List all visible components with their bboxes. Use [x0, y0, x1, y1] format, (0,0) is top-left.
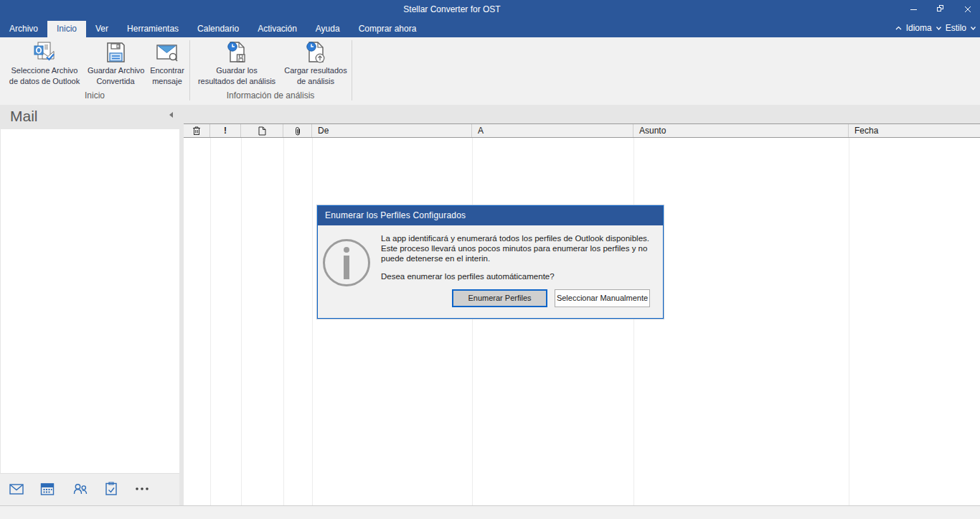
ribbon-button-label: Seleccione Archivo — [3, 66, 86, 75]
minimize-button[interactable] — [903, 0, 924, 19]
table-header: ! De A Asunto Fecha — [184, 123, 980, 138]
enumerate-profiles-button[interactable]: Enumerar Perfiles — [452, 289, 547, 307]
column-importance[interactable]: ! — [210, 124, 241, 137]
tab-archivo[interactable]: Archivo — [0, 21, 47, 37]
message-list — [184, 138, 980, 505]
dialog-message-line2: Este proceso llevará unos pocos minutos … — [381, 243, 649, 253]
select-manually-button[interactable]: Seleccionar Manualmente — [555, 289, 650, 307]
window-title: Stellar Converter for OST — [403, 4, 500, 14]
column-item-type[interactable] — [241, 124, 283, 137]
minimize-icon — [910, 9, 917, 10]
restore-button[interactable] — [930, 0, 951, 19]
app-window: Stellar Converter for OST Archivo Inicio… — [0, 0, 980, 519]
enumerate-profiles-dialog: Enumerar los Perfiles Configurados La ap… — [317, 205, 664, 319]
tab-comprar-ahora[interactable]: Comprar ahora — [349, 21, 426, 37]
style-dropdown-icon[interactable] — [971, 27, 976, 30]
more-nav-icon[interactable] — [134, 481, 150, 497]
tab-activacion[interactable]: Activación — [248, 21, 306, 37]
menu-bar: Archivo Inicio Ver Herramientas Calendar… — [0, 19, 980, 37]
people-nav-icon[interactable] — [72, 481, 88, 497]
dialog-message-line3: puede detenerse en el interin. — [381, 253, 649, 263]
load-scan-icon — [303, 40, 328, 65]
calendar-nav-icon[interactable] — [39, 481, 55, 497]
close-button[interactable] — [957, 0, 979, 19]
tab-herramientas[interactable]: Herramientas — [118, 21, 188, 37]
save-scan-icon — [225, 40, 249, 65]
ribbon-group-separator — [352, 40, 352, 100]
tab-inicio[interactable]: Inicio — [47, 21, 86, 37]
dialog-question: Desea enumerar los perfiles automáticame… — [381, 271, 649, 281]
sidebar-nav — [0, 473, 179, 505]
sidebar-tree — [0, 129, 179, 473]
column-fecha[interactable]: Fecha — [849, 124, 980, 137]
info-icon — [323, 239, 370, 286]
title-bar: Stellar Converter for OST — [0, 0, 980, 19]
sidebar-title: Mail — [10, 108, 38, 125]
tab-ver[interactable]: Ver — [86, 21, 118, 37]
language-dropdown-icon[interactable] — [936, 27, 941, 30]
outlook-data-file-icon — [32, 40, 57, 65]
sidebar-collapse-icon[interactable] — [169, 112, 173, 118]
ribbon-group-label-inicio: Inicio — [0, 90, 189, 100]
column-asunto[interactable]: Asunto — [633, 124, 849, 137]
tasks-nav-icon[interactable] — [103, 481, 119, 497]
dialog-message: La app identificará y enumerará todos lo… — [381, 233, 649, 281]
dialog-title: Enumerar los Perfiles Configurados — [318, 206, 663, 225]
find-message-icon — [155, 40, 179, 65]
column-a[interactable]: A — [472, 124, 633, 137]
save-file-icon — [103, 40, 128, 65]
ribbon-group-label-informacion: Información de análisis — [189, 90, 352, 100]
sidebar-header: Mail — [0, 105, 179, 129]
status-bar — [0, 505, 980, 519]
column-de[interactable]: De — [312, 124, 472, 137]
dialog-message-line1: La app identificará y enumerará todos lo… — [381, 233, 649, 243]
close-icon — [957, 0, 979, 19]
column-attachment[interactable] — [283, 124, 312, 137]
tab-calendario[interactable]: Calendario — [188, 21, 248, 37]
delete-icon — [192, 126, 201, 136]
column-delete[interactable] — [184, 124, 210, 137]
style-menu[interactable]: Estilo — [946, 23, 966, 33]
document-icon — [258, 126, 266, 136]
ribbon: Seleccione Archivo de datos de Outlook G… — [0, 37, 980, 105]
language-menu[interactable]: Idioma — [906, 23, 932, 33]
mail-nav-icon[interactable] — [9, 481, 24, 497]
attachment-icon — [294, 126, 301, 136]
collapse-ribbon-icon[interactable] — [895, 26, 902, 30]
tab-ayuda[interactable]: Ayuda — [306, 21, 349, 37]
